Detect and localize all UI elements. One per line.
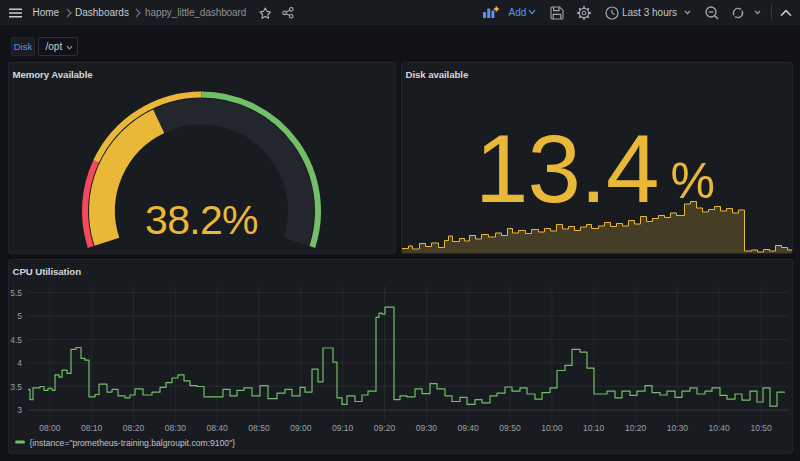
svg-text:38.2%: 38.2% [145,197,258,243]
svg-text:5.5: 5.5 [10,287,22,297]
svg-text:09:30: 09:30 [416,423,438,433]
svg-text:10:50: 10:50 [750,423,772,433]
svg-text:08:00: 08:00 [39,423,61,433]
svg-text:08:20: 08:20 [123,423,145,433]
svg-text:09:20: 09:20 [374,423,396,433]
svg-text:10:40: 10:40 [709,423,731,433]
svg-text:08:30: 08:30 [165,423,187,433]
svg-text:5: 5 [17,311,22,321]
svg-text:09:40: 09:40 [458,423,480,433]
svg-text:08:10: 08:10 [81,423,103,433]
svg-text:3.5: 3.5 [10,381,22,391]
svg-text:3: 3 [17,405,22,415]
svg-text:08:50: 08:50 [248,423,270,433]
svg-text:10:10: 10:10 [583,423,605,433]
svg-text:09:50: 09:50 [499,423,521,433]
svg-text:4: 4 [17,358,22,368]
svg-text:09:00: 09:00 [290,423,312,433]
svg-text:10:30: 10:30 [667,423,689,433]
svg-text:10:20: 10:20 [625,423,647,433]
svg-text:4.5: 4.5 [10,334,22,344]
svg-text:10:00: 10:00 [541,423,563,433]
svg-text:{instance="prometheus-training: {instance="prometheus-training.balgroupi… [30,437,236,447]
svg-text:08:40: 08:40 [207,423,229,433]
svg-text:09:10: 09:10 [332,423,354,433]
